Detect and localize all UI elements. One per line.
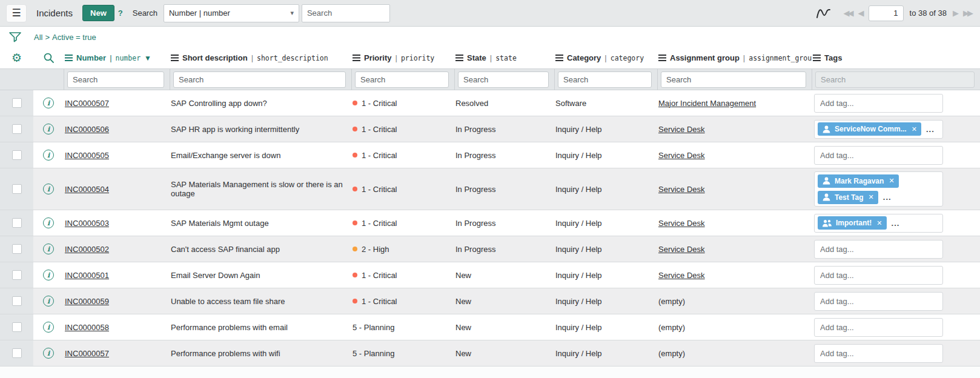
page-title: Incidents: [36, 8, 73, 18]
incident-number-link[interactable]: INC0000503: [65, 219, 109, 228]
incident-number-link[interactable]: INC0000057: [65, 349, 109, 358]
remove-tag-icon[interactable]: ✕: [889, 177, 894, 185]
column-header-short-description[interactable]: Short description | short_description: [170, 53, 351, 62]
assignment-group-link[interactable]: Major Incident Management: [658, 99, 756, 108]
row-checkbox[interactable]: [12, 270, 22, 280]
breadcrumb-all-link[interactable]: All: [34, 33, 42, 42]
priority-dot: [353, 153, 357, 158]
add-tag-input[interactable]: [814, 318, 943, 337]
incident-number-link[interactable]: INC0000507: [65, 99, 109, 108]
row-checkbox[interactable]: [12, 296, 22, 306]
row-checkbox[interactable]: [12, 218, 22, 228]
add-tag-input[interactable]: [814, 344, 943, 363]
tag-editor[interactable]: ServiceNow Comm... ✕ ...: [814, 120, 943, 139]
list-context-menu-button[interactable]: ☰: [6, 4, 27, 22]
row-checkbox[interactable]: [12, 184, 22, 194]
assignment-group-link[interactable]: Service Desk: [658, 185, 705, 194]
column-search-input-priority[interactable]: [355, 71, 449, 88]
column-header-tags[interactable]: Tags: [812, 53, 980, 62]
tag-overflow-button[interactable]: ...: [883, 193, 892, 202]
search-cell-assignment-group: [657, 69, 812, 90]
assignment-group-link[interactable]: Service Desk: [658, 245, 705, 254]
page-number-input[interactable]: [869, 5, 904, 21]
help-icon[interactable]: ?: [118, 8, 123, 18]
search-field-select[interactable]: Number | number ▾: [164, 4, 299, 22]
tag-label: Test Tag: [835, 193, 864, 202]
incident-number-link[interactable]: INC0000058: [65, 323, 109, 332]
column-header-priority[interactable]: Priority | priority: [351, 53, 454, 62]
row-checkbox[interactable]: [12, 124, 22, 134]
info-icon[interactable]: i: [43, 270, 54, 280]
remove-tag-icon[interactable]: ✕: [876, 219, 882, 227]
new-button[interactable]: New: [82, 5, 114, 21]
add-tag-input[interactable]: [814, 94, 943, 113]
remove-tag-icon[interactable]: ✕: [912, 125, 917, 133]
column-header-state[interactable]: State | state: [454, 53, 554, 62]
row-checkbox[interactable]: [12, 98, 22, 108]
incident-number-link[interactable]: INC0000501: [65, 271, 109, 280]
row-checkbox[interactable]: [12, 348, 22, 358]
first-page-icon[interactable]: ◀◀: [844, 8, 852, 18]
priority-dot: [353, 220, 357, 225]
tag-pill[interactable]: Test Tag ✕: [818, 191, 878, 204]
pagination-controls: ◀◀ ◀ to 38 of 38 ▶ ▶▶: [815, 5, 972, 21]
breadcrumb-filter-link[interactable]: Active = true: [52, 33, 96, 42]
bottom-filler: [0, 366, 980, 378]
add-tag-input[interactable]: [814, 292, 943, 311]
incident-number-link[interactable]: INC0000059: [65, 297, 109, 306]
assignment-group-link[interactable]: Service Desk: [658, 151, 705, 160]
row-checkbox[interactable]: [12, 322, 22, 332]
info-icon[interactable]: i: [43, 184, 54, 194]
hamburger-menu-icon: ☰: [12, 7, 21, 19]
tag-pill[interactable]: Important! ✕: [818, 216, 887, 230]
column-search-input-assignment-group[interactable]: [661, 71, 806, 88]
add-tag-input[interactable]: [814, 266, 943, 285]
last-page-icon[interactable]: ▶▶: [963, 8, 972, 18]
column-search-input-number[interactable]: [67, 71, 164, 88]
incident-number-link[interactable]: INC0000506: [65, 125, 109, 134]
personalize-list-button[interactable]: ⚙: [0, 52, 33, 64]
info-icon[interactable]: i: [43, 98, 54, 108]
add-tag-input[interactable]: [814, 240, 943, 259]
info-icon[interactable]: i: [43, 124, 54, 134]
column-header-category[interactable]: Category | category: [554, 53, 657, 62]
column-search-input-state[interactable]: [458, 71, 549, 88]
list-search-input[interactable]: [302, 4, 390, 22]
next-page-icon[interactable]: ▶: [953, 8, 957, 18]
incident-number-link[interactable]: INC0000504: [65, 185, 109, 194]
incident-number-link[interactable]: INC0000502: [65, 245, 109, 254]
tag-label: Mark Ragavan: [835, 177, 884, 185]
tag-overflow-button[interactable]: ...: [892, 219, 900, 228]
info-icon[interactable]: i: [43, 348, 54, 359]
add-tag-input[interactable]: [814, 146, 943, 165]
tag-pill[interactable]: ServiceNow Comm... ✕: [818, 122, 921, 136]
column-search-input-tags: [815, 71, 975, 88]
group-icon: [822, 219, 832, 227]
tag-editor[interactable]: Mark Ragavan ✕ Test Tag ✕ ...: [814, 171, 943, 207]
assignment-group-link[interactable]: Service Desk: [658, 125, 705, 134]
list-search-toggle-button[interactable]: [33, 52, 64, 64]
row-checkbox[interactable]: [12, 244, 22, 254]
column-search-input-short-description[interactable]: [173, 71, 346, 88]
tag-pill[interactable]: Mark Ragavan ✕: [818, 174, 899, 188]
tag-overflow-button[interactable]: ...: [926, 125, 935, 134]
column-header-assignment-group[interactable]: Assignment group | assignment_group: [657, 53, 812, 62]
prev-page-icon[interactable]: ◀: [858, 8, 862, 18]
info-icon[interactable]: i: [43, 217, 54, 228]
incident-number-link[interactable]: INC0000505: [65, 151, 109, 160]
filter-icon[interactable]: [8, 30, 22, 44]
row-checkbox[interactable]: [12, 150, 22, 160]
column-search-input-category[interactable]: [558, 71, 652, 88]
priority-cell: 1 - Critical: [351, 182, 454, 196]
info-icon[interactable]: i: [43, 322, 54, 333]
tag-editor[interactable]: Important! ✕ ...: [814, 214, 943, 233]
assignment-group-link[interactable]: Service Desk: [658, 271, 705, 280]
info-icon[interactable]: i: [43, 296, 54, 307]
info-icon[interactable]: i: [43, 244, 54, 254]
activity-pulse-icon[interactable]: [815, 7, 832, 20]
info-icon[interactable]: i: [43, 150, 54, 161]
column-header-number[interactable]: Number | number ▼: [64, 53, 170, 62]
row-select-cell: [0, 116, 33, 142]
remove-tag-icon[interactable]: ✕: [869, 193, 874, 201]
assignment-group-link[interactable]: Service Desk: [658, 219, 705, 228]
